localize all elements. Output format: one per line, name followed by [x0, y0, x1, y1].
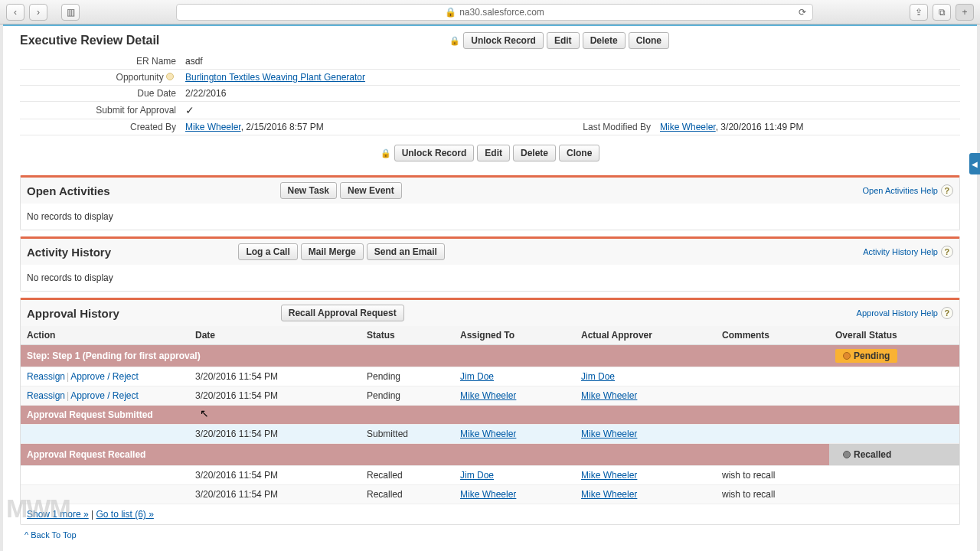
tabs-button[interactable]: ⧉	[933, 4, 951, 21]
open-activities-title: Open Activities	[27, 184, 110, 197]
clone-button[interactable]: Clone	[629, 32, 669, 49]
table-row: 3/20/2016 11:54 PM Recalled Mike Wheeler…	[21, 485, 959, 504]
content-wrap: Executive Review Detail 🔒 Unlock Record …	[3, 24, 977, 551]
new-event-button[interactable]: New Event	[340, 182, 402, 199]
activity-history-title: Activity History	[27, 246, 111, 259]
unlock-record-button-2[interactable]: Unlock Record	[394, 145, 475, 161]
edit-button-2[interactable]: Edit	[477, 145, 510, 161]
share-button[interactable]: ⇪	[910, 4, 928, 21]
approve-reject-link[interactable]: Approve / Reject	[70, 390, 139, 401]
detail-header: Executive Review Detail 🔒 Unlock Record …	[20, 32, 960, 49]
created-by-time: , 2/15/2016 8:57 PM	[241, 122, 324, 132]
approval-history-help-link[interactable]: Approval History Help?	[857, 307, 953, 319]
approval-footer-links: Show 1 more » | Go to list (6) »	[21, 504, 959, 524]
opportunity-link[interactable]: Burlington Textiles Weaving Plant Genera…	[185, 72, 365, 83]
approver-link[interactable]: Mike Wheeler	[581, 489, 637, 500]
opportunity-label: Opportunity	[116, 72, 164, 83]
col-assigned: Assigned To	[454, 326, 575, 345]
help-icon: ?	[941, 184, 953, 197]
browser-chrome: ‹ › ▥ 🔒 na30.salesforce.com ⟳ ⇪ ⧉ +	[0, 0, 980, 24]
edit-button[interactable]: Edit	[547, 32, 580, 49]
approval-history-title: Approval History	[27, 307, 119, 320]
delete-button-2[interactable]: Delete	[513, 145, 556, 161]
url-text: na30.salesforce.com	[459, 7, 544, 18]
last-mod-link[interactable]: Mike Wheeler	[660, 122, 716, 132]
overall-status-recalled: Recalled	[835, 448, 899, 461]
detail-field-table: ER Name asdf Opportunity Burlington Text…	[20, 54, 960, 135]
col-overall: Overall Status	[829, 326, 959, 345]
reassign-link[interactable]: Reassign	[27, 390, 65, 401]
col-approver: Actual Approver	[575, 326, 716, 345]
clone-button-2[interactable]: Clone	[559, 145, 599, 161]
back-to-top-link[interactable]: ^ Back To Top	[24, 530, 77, 540]
assigned-link[interactable]: Mike Wheeler	[460, 390, 516, 401]
approver-link[interactable]: Mike Wheeler	[581, 470, 637, 481]
forward-button[interactable]: ›	[29, 4, 47, 21]
detail-buttons-bottom: 🔒 Unlock Record Edit Delete Clone	[20, 140, 960, 169]
refresh-icon[interactable]: ⟳	[799, 7, 806, 18]
help-icon: ?	[941, 307, 953, 319]
col-date: Date	[189, 326, 361, 345]
sidebar-button[interactable]: ▥	[61, 4, 80, 21]
url-bar[interactable]: 🔒 na30.salesforce.com ⟳	[176, 4, 813, 21]
delete-button[interactable]: Delete	[583, 32, 626, 49]
activity-history-help-link[interactable]: Activity History Help?	[863, 246, 953, 258]
step-header-row: Approval Request Recalled Recalled	[21, 444, 959, 466]
watermark: MWM	[6, 494, 70, 523]
approve-reject-link[interactable]: Approve / Reject	[70, 371, 139, 382]
activity-history-section: Activity History Log a Call Mail Merge S…	[20, 236, 960, 292]
submit-approval-label: Submit for Approval	[20, 102, 181, 119]
check-icon: ✓	[185, 104, 194, 116]
er-name-value: asdf	[181, 54, 502, 70]
last-mod-time: , 3/20/2016 11:49 PM	[716, 122, 804, 132]
recall-approval-request-button[interactable]: Recall Approval Request	[281, 305, 404, 321]
approver-link[interactable]: Mike Wheeler	[581, 429, 637, 439]
assigned-link[interactable]: Mike Wheeler	[460, 489, 516, 500]
new-task-button[interactable]: New Task	[280, 182, 337, 199]
send-an-email-button[interactable]: Send an Email	[367, 243, 445, 260]
go-to-list-link[interactable]: Go to list (6) »	[96, 509, 154, 520]
er-name-label: ER Name	[20, 54, 181, 70]
table-row: Reassign|Approve / Reject 3/20/2016 11:5…	[21, 367, 959, 386]
table-row: 3/20/2016 11:54 PM Recalled Jim Doe Mike…	[21, 466, 959, 485]
approval-history-section: Approval History Recall Approval Request…	[20, 298, 960, 525]
due-date-label: Due Date	[20, 86, 181, 102]
open-activities-help-link[interactable]: Open Activities Help?	[863, 184, 953, 197]
always-show-text: Always show me ▼ more records per relate…	[20, 545, 960, 551]
reassign-link[interactable]: Reassign	[27, 371, 65, 382]
lock-icon: 🔒	[381, 148, 391, 158]
help-icon: ?	[941, 246, 953, 258]
col-comments: Comments	[716, 326, 829, 345]
approver-link[interactable]: Mike Wheeler	[581, 390, 637, 401]
lock-icon: 🔒	[449, 36, 460, 46]
log-a-call-button[interactable]: Log a Call	[238, 243, 297, 260]
approval-table: Action Date Status Assigned To Actual Ap…	[21, 326, 959, 504]
assigned-link[interactable]: Jim Doe	[460, 470, 494, 481]
table-row: 3/20/2016 11:54 PM Submitted Mike Wheele…	[21, 425, 959, 444]
created-by-link[interactable]: Mike Wheeler	[185, 122, 241, 132]
step-header-row: Step: Step 1 (Pending for first approval…	[21, 345, 959, 367]
open-activities-empty: No records to display	[21, 204, 959, 230]
overall-status-pending: Pending	[835, 349, 897, 363]
created-by-label: Created By	[20, 119, 181, 135]
new-tab-button[interactable]: +	[956, 4, 974, 21]
recalled-icon	[843, 451, 851, 458]
mail-merge-button[interactable]: Mail Merge	[301, 243, 364, 260]
due-date-value: 2/22/2016	[181, 86, 502, 102]
opportunity-icon	[166, 73, 174, 80]
side-tab[interactable]: ◀	[969, 153, 980, 174]
activity-history-empty: No records to display	[21, 265, 959, 291]
lock-icon: 🔒	[445, 7, 456, 18]
last-mod-label: Last Modified By	[502, 119, 655, 135]
unlock-record-button[interactable]: Unlock Record	[463, 32, 544, 49]
step-header-row: Approval Request Submitted	[21, 406, 959, 425]
page-title: Executive Review Detail	[20, 34, 159, 47]
approver-link[interactable]: Jim Doe	[581, 371, 615, 382]
assigned-link[interactable]: Mike Wheeler	[460, 429, 516, 439]
back-button[interactable]: ‹	[6, 4, 24, 21]
open-activities-section: Open Activities New Task New Event Open …	[20, 175, 960, 230]
col-action: Action	[21, 326, 189, 345]
col-status: Status	[361, 326, 454, 345]
pending-icon	[843, 352, 851, 360]
assigned-link[interactable]: Jim Doe	[460, 371, 494, 382]
